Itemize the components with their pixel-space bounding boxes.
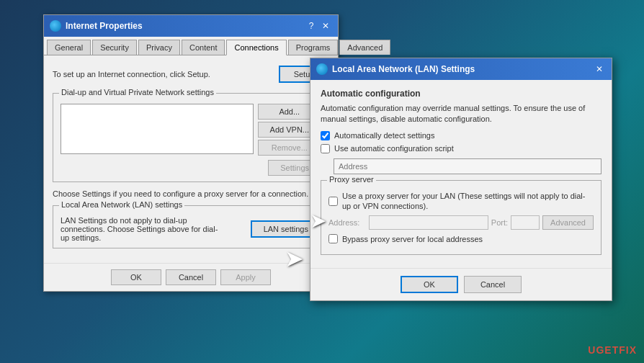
internet-icon <box>50 20 61 32</box>
setup-text: To set up an Internet connection, click … <box>53 70 210 79</box>
lan-titlebar: Local Area Network (LAN) Settings ✕ <box>310 58 612 80</box>
lan-settings-dialog: Local Area Network (LAN) Settings ✕ Auto… <box>310 58 612 301</box>
lan-dialog-bottom: OK Cancel <box>310 268 612 300</box>
watermark: UGETFIX <box>588 344 637 356</box>
lan-settings-title: Local Area Network (LAN) Settings <box>332 64 475 74</box>
bypass-checkbox[interactable] <box>328 234 338 243</box>
tab-content[interactable]: Content <box>182 40 225 55</box>
auto-script-checkbox[interactable] <box>321 144 330 153</box>
proxy-checkbox[interactable] <box>328 197 338 206</box>
settings-row: Settings <box>61 160 321 176</box>
vpn-content: Add... Add VPN... Remove... <box>61 104 321 156</box>
dialup-section-label: Dial-up and Virtual Private Network sett… <box>59 88 216 97</box>
tab-security[interactable]: Security <box>92 40 137 55</box>
lan-dialog-body: Automatic configuration Automatic config… <box>310 80 612 264</box>
vpn-content-area: Add... Add VPN... Remove... Settings <box>61 104 321 176</box>
lan-globe-icon <box>316 63 328 75</box>
lan-cancel-button[interactable]: Cancel <box>464 276 522 293</box>
watermark-prefix: UG <box>588 344 604 356</box>
proxy-address-input[interactable] <box>369 215 488 230</box>
tab-advanced[interactable]: Advanced <box>339 40 390 55</box>
tab-privacy[interactable]: Privacy <box>138 40 180 55</box>
proxy-port-label: Port: <box>491 218 508 227</box>
tab-connections[interactable]: Connections <box>226 40 286 55</box>
watermark-highlight: E <box>604 344 612 356</box>
internet-properties-bottom: OK Cancel Apply <box>44 263 338 291</box>
titlebar-left: Internet Properties <box>50 20 143 32</box>
apply-button[interactable]: Apply <box>220 269 271 285</box>
auto-script-row: Use automatic configuration script <box>321 144 601 153</box>
auto-detect-checkbox[interactable] <box>321 131 330 140</box>
internet-properties-titlebar: Internet Properties ? ✕ <box>44 15 338 37</box>
lan-ok-button[interactable]: OK <box>401 276 458 293</box>
tab-programs[interactable]: Programs <box>288 40 339 55</box>
watermark-suffix: TFIX <box>612 344 637 356</box>
proxy-section-label: Proxy server <box>327 175 376 184</box>
vpn-list[interactable] <box>61 104 254 154</box>
proxy-port-input[interactable]: 80 <box>511 215 540 230</box>
auto-config-title: Automatic configuration <box>321 89 601 99</box>
lan-section: Local Area Network (LAN) settings LAN Se… <box>53 205 329 248</box>
dialup-section: Dial-up and Virtual Private Network sett… <box>53 93 329 182</box>
advanced-button[interactable]: Advanced <box>542 215 594 230</box>
ok-button[interactable]: OK <box>111 269 161 285</box>
auto-detect-row: Automatically detect settings <box>321 131 601 140</box>
cancel-button[interactable]: Cancel <box>166 269 216 285</box>
tab-bar: General Security Privacy Content Connect… <box>44 37 338 55</box>
lan-inner: LAN Settings do not apply to dial-up con… <box>61 216 321 242</box>
address-input[interactable] <box>334 158 601 174</box>
proxy-section: Proxy server Use a proxy server for your… <box>321 180 601 256</box>
address-row <box>334 157 601 174</box>
internet-properties-title: Internet Properties <box>66 21 143 31</box>
tab-general[interactable]: General <box>47 40 91 55</box>
proxy-check-row: Use a proxy server for your LAN (These s… <box>328 191 594 212</box>
lan-close-button[interactable]: ✕ <box>593 63 606 76</box>
bypass-row: Bypass proxy server for local addresses <box>328 234 594 243</box>
auto-script-label: Use automatic configuration script <box>334 144 454 153</box>
lan-desc: LAN Settings do not apply to dial-up con… <box>61 216 219 242</box>
auto-config-desc: Automatic configuration may override man… <box>321 103 601 125</box>
titlebar-controls: ? ✕ <box>305 19 332 32</box>
proxy-check-label: Use a proxy server for your LAN (These s… <box>342 191 594 212</box>
proxy-address-row: Address: Port: 80 Advanced <box>328 215 594 230</box>
proxy-addr-label: Address: <box>328 218 366 227</box>
help-button[interactable]: ? <box>305 19 318 32</box>
lan-section-label: Local Area Network (LAN) settings <box>59 200 184 209</box>
close-button[interactable]: ✕ <box>319 19 332 32</box>
choose-text: Choose Settings if you need to configure… <box>53 189 329 198</box>
bypass-label: Bypass proxy server for local addresses <box>342 235 483 243</box>
setup-area: To set up an Internet connection, click … <box>53 63 329 86</box>
internet-properties-dialog: Internet Properties ? ✕ General Security… <box>43 14 339 292</box>
lan-titlebar-controls: ✕ <box>593 63 606 76</box>
auto-detect-label: Automatically detect settings <box>334 131 434 140</box>
internet-properties-body: To set up an Internet connection, click … <box>44 55 338 263</box>
lan-titlebar-left: Local Area Network (LAN) Settings <box>316 63 475 75</box>
